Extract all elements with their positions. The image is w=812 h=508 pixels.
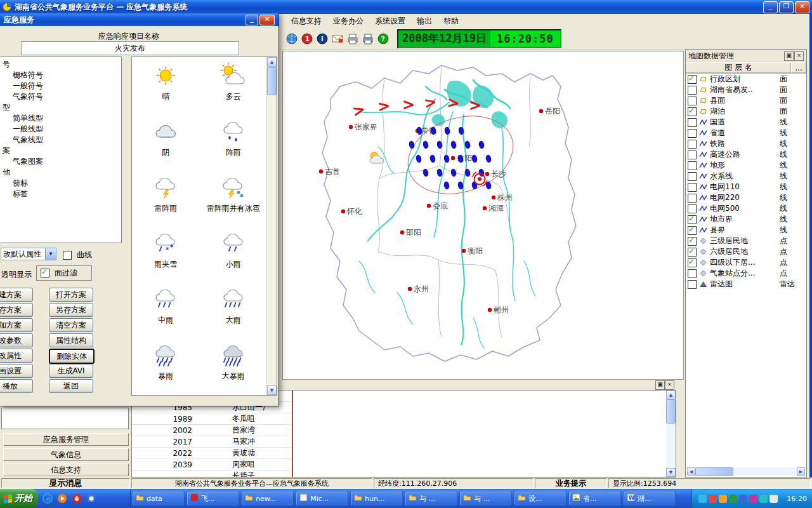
layer-row[interactable]: 四级以下居...点 <box>686 257 806 268</box>
layer-checkbox[interactable] <box>688 129 697 138</box>
back-button[interactable]: 返回 <box>49 379 93 393</box>
tray-input-icon[interactable] <box>749 495 757 503</box>
tray-fetion-icon[interactable] <box>719 495 727 503</box>
help-icon[interactable]: ? <box>376 32 390 46</box>
weather-symbol[interactable]: 大暴雨 <box>200 338 268 394</box>
layers-horizontal-scrollbar[interactable]: ◀ ▶ <box>687 467 805 476</box>
menu-item-5[interactable]: 帮助 <box>438 15 464 28</box>
globe-icon[interactable] <box>284 32 299 46</box>
delete-entity-button[interactable]: 删除实体 <box>49 349 95 364</box>
layer-row[interactable]: 电网500线 <box>686 203 806 214</box>
layer-checkbox[interactable] <box>688 280 697 289</box>
table-row[interactable]: 长墙子 <box>132 471 292 477</box>
tree-item[interactable]: 气象图案 <box>0 156 121 167</box>
table-vertical-scrollbar[interactable]: ▲ ▼ <box>666 391 676 477</box>
weather-symbol[interactable]: 雷阵雨 <box>132 170 200 226</box>
tray-volume-icon[interactable] <box>759 495 768 503</box>
tree-item[interactable]: 箭标 <box>0 178 121 189</box>
scroll-down-icon[interactable]: ▼ <box>666 468 676 477</box>
mail-icon[interactable] <box>330 32 344 46</box>
weather-symbol[interactable]: **雨夹雪 <box>132 226 200 282</box>
menu-item-3[interactable]: 系统设置 <box>369 15 411 28</box>
minimize-button[interactable]: _ <box>763 1 778 13</box>
scroll-thumb[interactable] <box>695 467 733 476</box>
scroll-thumb[interactable] <box>666 399 676 424</box>
curve-checkbox-row[interactable]: 曲线 <box>63 250 92 260</box>
tree-item[interactable]: 一般线型 <box>0 124 121 135</box>
table-row[interactable]: 2039周家咀 <box>132 459 292 471</box>
maximize-button[interactable]: ❐ <box>779 1 794 13</box>
layer-row[interactable]: 六级居民地点 <box>686 246 806 257</box>
layer-row[interactable]: 省道线 <box>686 128 806 138</box>
start-button[interactable]: 开始 <box>0 489 38 508</box>
layer-checkbox[interactable] <box>688 75 697 84</box>
minimize-button[interactable]: _ <box>246 15 258 25</box>
anim-settings-button[interactable]: 画设置 <box>0 364 33 378</box>
menu-item-4[interactable]: 输出 <box>411 15 438 28</box>
taskbar-task-2[interactable]: 飞... <box>187 491 239 506</box>
tray-network-icon[interactable] <box>698 495 707 503</box>
menu-item-1[interactable]: 信息支持 <box>285 15 327 28</box>
close-button[interactable]: × <box>795 1 809 13</box>
print-icon[interactable] <box>345 32 360 46</box>
layer-checkbox[interactable] <box>688 172 697 181</box>
layer-checkbox[interactable] <box>688 97 697 105</box>
layer-checkbox[interactable] <box>688 237 697 246</box>
layer-row[interactable]: 铁路线 <box>686 138 806 149</box>
layer-row[interactable]: 水系线线 <box>686 171 806 182</box>
save-plan-button[interactable]: 存方案 <box>0 303 33 317</box>
tree-item[interactable]: 栅格符号 <box>0 70 121 81</box>
layer-row[interactable]: 地市界线 <box>686 214 806 225</box>
tree-item[interactable]: 型 <box>0 102 121 113</box>
table-row[interactable]: 2002曾家湾 <box>132 425 292 436</box>
layer-checkbox[interactable] <box>688 194 697 203</box>
layer-row[interactable]: 国道线 <box>686 117 806 128</box>
layer-row[interactable]: 三级居民地点 <box>686 236 806 246</box>
ie-icon[interactable]: e <box>42 493 53 504</box>
face-filter-checkbox[interactable] <box>41 269 49 277</box>
layer-row[interactable]: 电网220线 <box>686 192 806 203</box>
weather-symbol[interactable]: 晴 <box>132 58 200 114</box>
menu-item-2[interactable]: 业务办公 <box>327 15 369 28</box>
layer-checkbox[interactable] <box>688 204 697 213</box>
layer-checkbox[interactable] <box>688 183 697 192</box>
layer-row[interactable]: 湖南省易发..面 <box>686 84 806 95</box>
weather-symbol[interactable]: 阵雨 <box>200 114 268 170</box>
close-button[interactable]: × <box>259 15 275 25</box>
layer-checkbox[interactable] <box>688 161 697 170</box>
scroll-up-icon[interactable]: ▲ <box>666 391 676 399</box>
symbols-scrollbar[interactable]: ▲ ▼ <box>266 57 277 395</box>
scroll-right-icon[interactable]: ▶ <box>797 467 805 476</box>
left-panel-listbox[interactable] <box>1 408 129 429</box>
layer-row[interactable]: 行政区划面 <box>686 74 806 84</box>
edit-params-button[interactable]: 改参数 <box>0 333 33 347</box>
tree-item[interactable]: 号 <box>0 59 121 70</box>
symbol-category-tree[interactable]: 号栅格符号一般符号气象符号型简单线型一般线型气象线型案气象图案他箭标标签 <box>0 57 122 243</box>
add-plan-button[interactable]: 加方案 <box>0 318 33 332</box>
face-filter-group[interactable]: 面过滤 <box>36 265 92 281</box>
save-as-plan-button[interactable]: 另存方案 <box>49 303 93 317</box>
tray-safety-icon[interactable] <box>769 495 778 503</box>
layer-row[interactable]: 地形线 <box>686 160 806 171</box>
layer-row[interactable]: 高速公路线 <box>686 149 806 160</box>
attr-structure-button[interactable]: 属性结构 <box>49 333 93 347</box>
taskbar-task-8[interactable]: 设... <box>514 491 566 506</box>
bulletin-icon[interactable]: 1 <box>299 32 314 46</box>
weather-symbol[interactable]: 雷阵雨并有冰雹 <box>200 170 268 226</box>
emergency-service-manage-button[interactable]: 应急服务管理 <box>3 433 129 446</box>
chevron-down-icon[interactable]: ▼ <box>45 248 56 260</box>
layer-name-header[interactable]: 图 层 名 <box>686 62 791 73</box>
close-icon[interactable]: × <box>794 51 804 61</box>
map-canvas[interactable]: 岳阳张家界常德益阳长沙吉首娄底株州湘潭怀化邵阳衡阳永州郴州>>>>>> <box>282 51 684 380</box>
scroll-up-icon[interactable]: ▲ <box>267 57 277 67</box>
tree-item[interactable]: 简单线型 <box>0 113 121 124</box>
taskbar-task-1[interactable]: data <box>132 491 185 506</box>
layer-more-header[interactable]: ... <box>791 62 806 73</box>
layer-row[interactable]: 雷达图雷达 <box>686 279 806 290</box>
info-support-button[interactable]: 信息支持 <box>3 464 129 476</box>
weather-symbol[interactable]: 小雨 <box>200 226 268 282</box>
taskbar-task-5[interactable]: hun... <box>350 491 403 506</box>
scroll-left-icon[interactable]: ◀ <box>687 467 695 476</box>
make-avi-button[interactable]: 生成AVI <box>49 364 93 378</box>
qq-icon[interactable] <box>86 493 96 504</box>
